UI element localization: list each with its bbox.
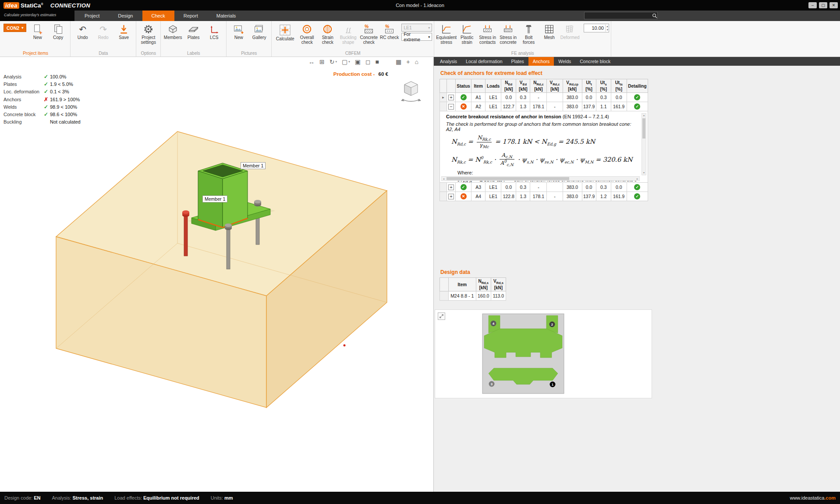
buckling-icon [343, 23, 354, 35]
row-expand-toggle[interactable]: + [448, 194, 454, 199]
deformed-icon [564, 23, 576, 35]
ribbon: CON2▾+NewCopyProject items↶Undo↷RedoSave… [0, 21, 840, 57]
orbit-view-icon[interactable]: ↻▾ [330, 58, 337, 65]
mesh-button[interactable]: Mesh [539, 22, 560, 48]
connection-selector[interactable]: CON2▾ [4, 24, 26, 32]
results-tab-plates[interactable]: Plates [507, 57, 528, 66]
members-button[interactable]: Members [163, 22, 183, 48]
search-input[interactable] [585, 13, 652, 18]
member-label[interactable]: Member 1 [241, 162, 266, 169]
minimize-icon[interactable]: – [808, 2, 817, 8]
search-icon[interactable] [652, 13, 657, 18]
summary-analysis[interactable]: Analysis ✓ 100.0% [4, 73, 81, 80]
extreme-filter-dropdown[interactable]: For extreme▾ [401, 33, 432, 41]
summary-anchors[interactable]: Anchors ✗ 161.9 > 100% [4, 96, 81, 103]
production-cost: Production cost - 60 € [302, 71, 388, 77]
load-case-dropdown[interactable]: LE1▾ [401, 24, 432, 32]
maximize-icon[interactable]: ▢ [819, 2, 827, 8]
new-button[interactable]: New [228, 22, 249, 48]
summary-loc-deformation[interactable]: Loc. deformation ✓ 0.1 < 3% [4, 88, 81, 96]
rc-check-button[interactable]: %RC check [379, 22, 400, 48]
results-tab-anchors[interactable]: Anchors [528, 57, 554, 66]
website-link[interactable]: www.ideastatica.com [790, 495, 836, 500]
measure-icon[interactable]: ↔ [308, 58, 315, 65]
search-box[interactable] [584, 12, 658, 19]
anchor-row-A1[interactable]: ▸ + ✓ A1LE10.00.3-383.00.00.30.0✓ [440, 93, 648, 102]
results-tab-welds[interactable]: Welds [554, 57, 575, 66]
summary-plates[interactable]: Plates ✓ 1.9 < 5.0% [4, 80, 81, 88]
redo-button[interactable]: ↷Redo [93, 22, 113, 48]
bolt-icon [523, 23, 535, 35]
summary-buckling[interactable]: Buckling Not calculated [4, 118, 81, 126]
anchor-row-A4[interactable]: + ✕ A4LE1122.81.3178.1-383.0137.91.2161.… [440, 192, 648, 201]
close-icon[interactable]: ✕ [829, 2, 838, 8]
row-expand-toggle[interactable]: − [448, 104, 454, 110]
status-load-effects: Load effects:Equilibrium not required [114, 495, 199, 500]
ribbon-group-label: Options [138, 50, 159, 57]
deformed-scale-input[interactable]: 10.00▴▾ [584, 24, 609, 32]
summary-welds[interactable]: Welds ✓ 98.9 < 100% [4, 103, 81, 110]
results-tab-concrete-block[interactable]: Concrete block [575, 57, 615, 66]
undo-button[interactable]: ↶Undo [72, 22, 93, 48]
home-view-icon[interactable]: ⌂ [415, 58, 418, 65]
screenshot-icon[interactable]: ▦ [396, 58, 401, 65]
results-tab-local-deformation[interactable]: Local deformation [461, 57, 507, 66]
section-view-icon[interactable]: ▣ [355, 58, 361, 65]
wireframe-view-icon[interactable]: ◻ [365, 58, 371, 65]
copy-button[interactable]: Copy [48, 22, 68, 48]
detailing-pass-icon: ✓ [634, 193, 640, 199]
svg-text:1: 1 [552, 383, 554, 387]
ribbon-group-cbfem: CalculateOverall checkStrain checkBuckli… [272, 21, 434, 57]
fit-view-icon[interactable]: ⊞ [319, 58, 325, 65]
results-tab-analysis[interactable]: Analysis [436, 57, 461, 66]
results-tab-strip: AnalysisLocal deformationPlatesAnchorsWe… [434, 57, 840, 66]
deformed-button[interactable]: Deformed [560, 22, 580, 48]
gallery-button[interactable]: Gallery [249, 22, 269, 48]
detail-vertical-scrollbar[interactable]: ▴▾ [642, 113, 646, 175]
status-pass-icon: ✓ [461, 184, 467, 190]
ribbon-group-label: CBFEM [273, 50, 432, 57]
viewport-node-point[interactable] [344, 344, 346, 347]
lcs-button[interactable]: LCS [204, 22, 224, 48]
anchor-row-A3[interactable]: + ✓ A3LE10.00.3-383.00.00.30.0✓ [440, 183, 648, 192]
ribbon-tab-design[interactable]: Design [109, 11, 142, 21]
selection-mode-icon[interactable]: ▢▾ [342, 58, 350, 65]
ribbon-tab-check[interactable]: Check [142, 11, 174, 21]
new-button[interactable]: +New [27, 22, 48, 48]
navigation-cube[interactable] [396, 78, 426, 106]
3d-viewport[interactable]: Analysis ✓ 100.0% Plates ✓ 1.9 < 5.0% Lo… [0, 57, 434, 492]
bolt-forces-button[interactable]: Bolt forces [518, 22, 539, 48]
expand-diagram-icon[interactable] [438, 312, 445, 320]
check-icon: ✓ [42, 111, 50, 117]
chevron-down-icon: ▾ [335, 60, 337, 64]
design-data-row[interactable]: M24 8.8 - 1160.0113.0 [440, 291, 506, 301]
stress-in-contacts-button[interactable]: Stress in contacts [477, 22, 498, 48]
tagline: Calculate yesterday's estimates [0, 11, 74, 21]
viewport-toolbar: ↔⊞↻▾▢▾▣◻■ [308, 58, 379, 65]
ribbon-tab-report[interactable]: Report [174, 11, 207, 21]
ribbon-tab-project[interactable]: Project [75, 11, 109, 21]
calculate-button[interactable]: Calculate [273, 22, 297, 48]
concrete-check-button[interactable]: %Concrete check [358, 22, 379, 48]
strain-check-button[interactable]: Strain check [317, 22, 338, 48]
axes-icon[interactable]: + [406, 58, 410, 65]
stress-in-concrete-button[interactable]: Stress in concrete [498, 22, 518, 48]
anchor-row-A2[interactable]: − ✕ A2LE1122.71.3178.1-383.0137.91.1161.… [440, 102, 648, 111]
row-expand-toggle[interactable]: + [448, 185, 454, 190]
overall-check-button[interactable]: Overall check [297, 22, 317, 48]
buckling-shape-button[interactable]: Buckling shape [338, 22, 358, 48]
row-expand-toggle[interactable]: + [448, 95, 454, 100]
check-icon: ✓ [42, 104, 50, 110]
equivalent-stress-button[interactable]: Equivalent stress [436, 22, 457, 48]
plates-button[interactable]: Plates [183, 22, 204, 48]
plastic-strain-button[interactable]: Plastic strain [457, 22, 477, 48]
project-settings-button[interactable]: Project settings [138, 22, 159, 48]
ribbon-tab-materials[interactable]: Materials [207, 11, 245, 21]
detail-horizontal-scrollbar[interactable]: ◂▸ [441, 176, 640, 181]
save-button[interactable]: Save [113, 22, 134, 48]
spinner-arrows-icon: ▴▾ [605, 25, 609, 32]
summary-concrete-block[interactable]: Concrete block ✓ 98.6 < 100% [4, 110, 81, 118]
formula-nrdc: NRd,c = NRk,cγMc = 178.1 kN < NEd,g = 24… [451, 135, 636, 149]
member-label[interactable]: Member 1 [202, 195, 227, 202]
solid-view-icon[interactable]: ■ [376, 58, 379, 65]
